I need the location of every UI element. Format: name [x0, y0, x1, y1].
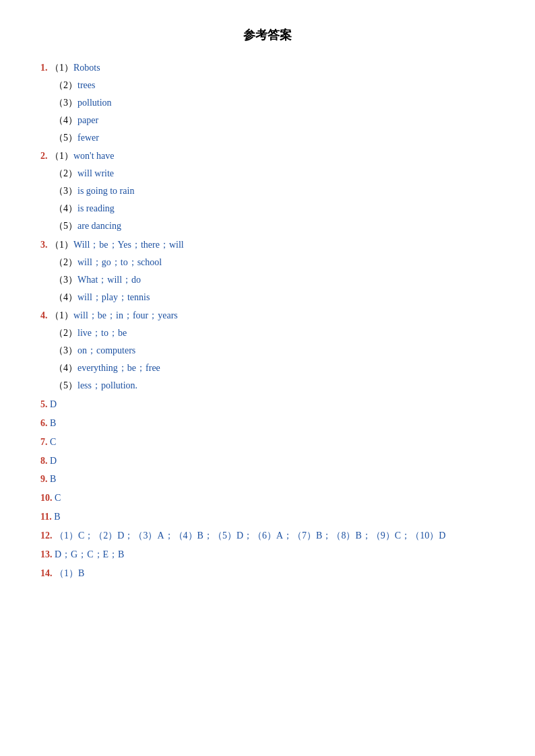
answer-block-8: 8. D	[40, 452, 495, 470]
answer-text: What；will；do	[77, 275, 141, 285]
answer-line: 14. （1）B	[40, 565, 495, 582]
answer-text: will write	[77, 168, 114, 178]
answer-sub-line: （2）will；go；to；school	[54, 254, 495, 271]
answer-sub-line: （3）pollution	[54, 94, 495, 112]
sub-label: （4）	[54, 292, 77, 302]
number-label: 12.	[40, 530, 55, 541]
answer-text: trees	[77, 80, 95, 90]
answer-text: fewer	[77, 133, 99, 143]
sub-label: （3）	[54, 186, 77, 196]
answer-sub-line: 2. （1）won't have	[40, 147, 495, 165]
answer-sub-line: （4）is reading	[54, 200, 495, 217]
number-label: 1.	[40, 63, 50, 73]
answer-text: C	[50, 437, 56, 447]
number-label: 5.	[40, 399, 50, 409]
answer-sub-line: （5）less；pollution.	[54, 377, 495, 394]
sub-label: （4）	[54, 363, 77, 373]
answer-line: 11. B	[40, 508, 495, 526]
number-label: 11.	[40, 512, 54, 522]
answer-text: will；play；tennis	[77, 292, 150, 302]
answer-text: （1）C；（2）D；（3）A；（4）B；（5）D；（6）A；（7）B；（8）B；…	[55, 530, 445, 541]
answer-text: will；be；in；four；years	[73, 310, 178, 320]
answer-text: D	[50, 399, 57, 409]
answer-line: 7. C	[40, 434, 495, 451]
answer-block-5: 5. D	[40, 396, 495, 413]
answer-block-4: 4. （1）will；be；in；four；years（2）live；to；be…	[40, 307, 495, 394]
answer-sub-line: （2）trees	[54, 77, 495, 94]
number-label: 8.	[40, 456, 50, 466]
answer-text: won't have	[73, 151, 114, 161]
answer-sub-line: （3）on；computers	[54, 342, 495, 359]
answer-sub-line: 1. （1）Robots	[40, 59, 495, 77]
number-label: 4.	[40, 310, 50, 320]
answer-block-1: 1. （1）Robots（2）trees（3）pollution（4）paper…	[40, 59, 495, 146]
answer-text: paper	[77, 115, 98, 125]
answer-sub-line: （5）fewer	[54, 129, 495, 147]
number-label: 2.	[40, 151, 50, 161]
answer-block-10: 10. C	[40, 489, 495, 507]
sub-label: （4）	[54, 203, 77, 213]
answer-sub-line: （3）is going to rain	[54, 182, 495, 200]
number-label: 10.	[40, 493, 55, 503]
answer-text: （1）B	[55, 568, 84, 578]
answer-text: on；computers	[77, 345, 135, 355]
sub-label: （1）	[50, 240, 73, 250]
sub-label: （2）	[54, 168, 77, 178]
number-label: 6.	[40, 418, 50, 428]
sub-label: （2）	[54, 328, 77, 338]
answer-text: is going to rain	[77, 186, 134, 196]
number-label: 13.	[40, 549, 55, 559]
sub-label: （5）	[54, 380, 77, 390]
answer-text: is reading	[77, 203, 115, 213]
number-label: 3.	[40, 240, 50, 250]
number-label: 9.	[40, 474, 50, 484]
sub-label: （1）	[50, 63, 73, 73]
answer-sub-line: 4. （1）will；be；in；four；years	[40, 307, 495, 324]
answer-block-11: 11. B	[40, 508, 495, 526]
sub-label: （2）	[54, 80, 77, 90]
answer-sub-line: 3. （1）Will；be；Yes；there；will	[40, 236, 495, 254]
sub-label: （3）	[54, 275, 77, 285]
answer-text: everything；be；free	[77, 363, 160, 373]
answer-text: live；to；be	[77, 328, 127, 338]
answer-text: are dancing	[77, 221, 121, 231]
answer-line: 5. D	[40, 396, 495, 413]
sub-label: （5）	[54, 221, 77, 231]
answers-container: 1. （1）Robots（2）trees（3）pollution（4）paper…	[40, 59, 495, 582]
answer-block-13: 13. D；G；C；E；B	[40, 546, 495, 563]
answer-text: Robots	[73, 63, 100, 73]
answer-line: 13. D；G；C；E；B	[40, 546, 495, 563]
answer-line: 6. B	[40, 415, 495, 432]
sub-label: （2）	[54, 257, 77, 267]
page-title: 参考答案	[40, 27, 495, 43]
answer-line: 10. C	[40, 489, 495, 507]
answer-text: D	[50, 456, 57, 466]
answer-block-3: 3. （1）Will；be；Yes；there；will（2）will；go；t…	[40, 236, 495, 306]
answer-line: 8. D	[40, 452, 495, 470]
sub-label: （3）	[54, 98, 77, 108]
answer-sub-line: （2）will write	[54, 165, 495, 182]
answer-block-6: 6. B	[40, 415, 495, 432]
sub-label: （3）	[54, 345, 77, 355]
number-label: 14.	[40, 568, 55, 578]
answer-sub-line: （4）paper	[54, 112, 495, 129]
sub-label: （1）	[50, 151, 73, 161]
answer-block-2: 2. （1）won't have（2）will write（3）is going…	[40, 147, 495, 234]
page-container: 参考答案 1. （1）Robots（2）trees（3）pollution（4）…	[40, 27, 495, 582]
sub-label: （4）	[54, 115, 77, 125]
answer-text: pollution	[77, 98, 112, 108]
sub-label: （5）	[54, 133, 77, 143]
answer-text: less；pollution.	[77, 380, 137, 390]
answer-block-9: 9. B	[40, 471, 495, 488]
answer-text: Will；be；Yes；there；will	[73, 240, 184, 250]
answer-text: C	[55, 493, 61, 503]
answer-text: B	[50, 474, 56, 484]
answer-sub-line: （4）everything；be；free	[54, 359, 495, 377]
answer-block-14: 14. （1）B	[40, 565, 495, 582]
answer-text: B	[54, 512, 60, 522]
answer-block-12: 12. （1）C；（2）D；（3）A；（4）B；（5）D；（6）A；（7）B；（…	[40, 527, 495, 545]
sub-label: （1）	[50, 310, 73, 320]
answer-sub-line: （4）will；play；tennis	[54, 289, 495, 306]
answer-sub-line: （2）live；to；be	[54, 324, 495, 342]
answer-line: 12. （1）C；（2）D；（3）A；（4）B；（5）D；（6）A；（7）B；（…	[40, 527, 495, 545]
